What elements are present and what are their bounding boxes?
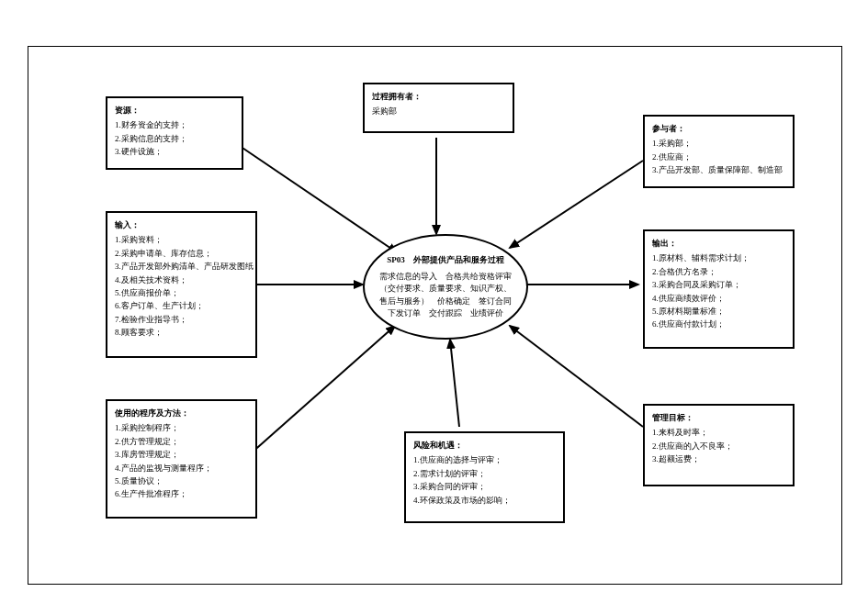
box-item: 3.采购合同及采购订单； — [652, 278, 785, 291]
box-resources: 资源： 1.财务资金的支持； 2.采购信息的支持； 3.硬件设施； — [106, 96, 243, 170]
box-item: 8.顾客要求； — [115, 326, 248, 339]
box-item: 3.硬件设施； — [115, 145, 234, 158]
box-item: 4.供应商绩效评价； — [652, 292, 785, 305]
box-item: 采购部 — [372, 105, 505, 117]
box-item: 2.合格供方名录； — [652, 265, 785, 278]
box-item: 5.供应商报价单； — [115, 286, 248, 299]
box-item: 1.采购控制程序； — [115, 421, 248, 434]
center-body: 需求信息的导入 合格共给资格评审（交付要求、质量要求、知识产权、售后与服务） 价… — [378, 271, 513, 320]
box-item: 2.供应商； — [652, 151, 785, 163]
box-participants: 参与者： 1.采购部； 2.供应商； 3.产品开发部、质量保障部、制造部 — [643, 115, 795, 188]
box-item: 1.原材料、辅料需求计划； — [652, 251, 785, 264]
box-item: 2.供方管理规定； — [115, 435, 248, 448]
box-item: 7.检验作业指导书； — [115, 313, 248, 326]
box-item: 1.采购部； — [652, 137, 785, 150]
box-item: 5.质量协议； — [115, 474, 248, 487]
box-item: 5.原材料期量标准； — [652, 305, 785, 318]
box-title: 过程拥有者： — [372, 90, 505, 103]
center-title: SP03 外部提供产品和服务过程 — [378, 253, 513, 266]
box-item: 4.及相关技术资料； — [115, 274, 248, 286]
box-item: 3.产品开发部、质量保障部、制造部 — [652, 163, 785, 176]
box-item: 6.客户订单、生产计划； — [115, 299, 248, 312]
box-item: 3.超额运费； — [652, 452, 785, 465]
center-process: SP03 外部提供产品和服务过程 需求信息的导入 合格共给资格评审（交付要求、质… — [363, 234, 528, 340]
box-title: 使用的程序及方法： — [115, 407, 248, 419]
box-process-owner: 过程拥有者： 采购部 — [363, 83, 514, 133]
box-item: 3.采购合同的评审； — [413, 480, 556, 493]
box-targets: 管理目标： 1.来料及时率； 2.供应商的入不良率； 3.超额运费； — [643, 404, 795, 486]
box-title: 参与者： — [652, 122, 785, 135]
box-title: 资源： — [115, 104, 234, 117]
box-title: 管理目标： — [652, 411, 785, 424]
box-item: 4.产品的监视与测量程序； — [115, 462, 248, 474]
box-item: 6.供应商付款计划； — [652, 318, 785, 330]
box-item: 1.来料及时率； — [652, 426, 785, 439]
box-item: 3.产品开发部外购清单、产品研发图纸 — [115, 260, 248, 273]
box-item: 6.生产件批准程序； — [115, 487, 248, 500]
box-item: 1.采购资料； — [115, 233, 248, 246]
box-item: 2.需求计划的评审； — [413, 467, 556, 480]
box-item: 2.采购申请单、库存信息； — [115, 247, 248, 260]
box-risk: 风险和机遇： 1.供应商的选择与评审； 2.需求计划的评审； 3.采购合同的评审… — [404, 431, 565, 523]
box-item: 1.财务资金的支持； — [115, 118, 234, 131]
box-methods: 使用的程序及方法： 1.采购控制程序； 2.供方管理规定； 3.库房管理规定； … — [106, 399, 257, 519]
box-title: 风险和机遇： — [413, 439, 556, 452]
box-item: 3.库房管理规定； — [115, 448, 248, 461]
box-title: 输出： — [652, 237, 785, 250]
box-item: 2.供应商的入不良率； — [652, 440, 785, 452]
box-item: 1.供应商的选择与评审； — [413, 453, 556, 466]
box-output: 输出： 1.原材料、辅料需求计划； 2.合格供方名录； 3.采购合同及采购订单；… — [643, 229, 795, 349]
box-title: 输入： — [115, 218, 248, 231]
box-input: 输入： 1.采购资料； 2.采购申请单、库存信息； 3.产品开发部外购清单、产品… — [106, 211, 257, 358]
box-item: 4.环保政策及市场的影响； — [413, 494, 556, 507]
diagram-canvas: SP03 外部提供产品和服务过程 需求信息的导入 合格共给资格评审（交付要求、质… — [0, 0, 868, 614]
box-item: 2.采购信息的支持； — [115, 132, 234, 145]
